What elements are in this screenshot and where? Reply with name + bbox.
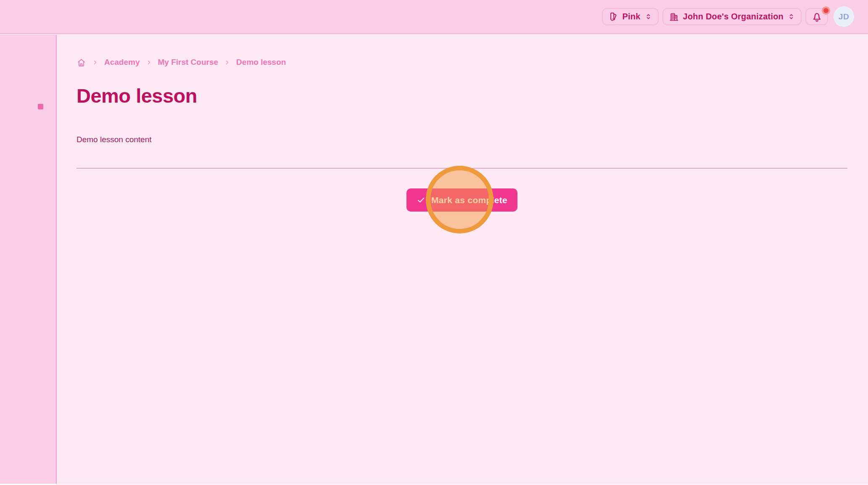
sidebar-collapsed-item[interactable] (38, 104, 43, 109)
home-icon (77, 58, 86, 67)
user-avatar[interactable]: JD (834, 6, 854, 27)
breadcrumb-link-course[interactable]: My First Course (158, 58, 219, 67)
notification-unread-badge (822, 6, 830, 15)
theme-selector[interactable]: Pink (602, 8, 659, 25)
chevron-right-icon (92, 59, 98, 66)
org-selector-label: John Doe's Organization (683, 12, 784, 21)
chevron-right-icon (146, 59, 152, 66)
sidebar (0, 35, 57, 485)
check-icon (417, 196, 425, 204)
breadcrumb-link-academy[interactable]: Academy (104, 58, 140, 67)
breadcrumb-home-link[interactable] (77, 58, 86, 67)
breadcrumb-current: Demo lesson (236, 58, 286, 67)
action-row: Mark as complete (77, 188, 847, 212)
main-content: Academy My First Course Demo lesson Demo… (57, 35, 868, 485)
mark-complete-label: Mark as complete (431, 195, 507, 205)
chevron-expand-icon (787, 13, 795, 21)
content-divider (77, 168, 847, 169)
chevron-right-icon (224, 59, 230, 66)
chevron-expand-icon (644, 13, 652, 21)
breadcrumb: Academy My First Course Demo lesson (77, 57, 847, 68)
avatar-initials: JD (839, 12, 849, 21)
theme-selector-label: Pink (623, 12, 641, 21)
buildings-icon (669, 11, 679, 22)
notifications-button[interactable] (805, 8, 828, 25)
bell-icon (811, 11, 823, 22)
swatches-icon (608, 11, 619, 22)
org-selector[interactable]: John Doe's Organization (662, 8, 802, 25)
page-title: Demo lesson (77, 83, 847, 109)
topbar: Pink John Doe's Organization (0, 0, 868, 34)
lesson-content: Demo lesson content (77, 134, 847, 145)
mark-complete-button[interactable]: Mark as complete (406, 188, 517, 212)
